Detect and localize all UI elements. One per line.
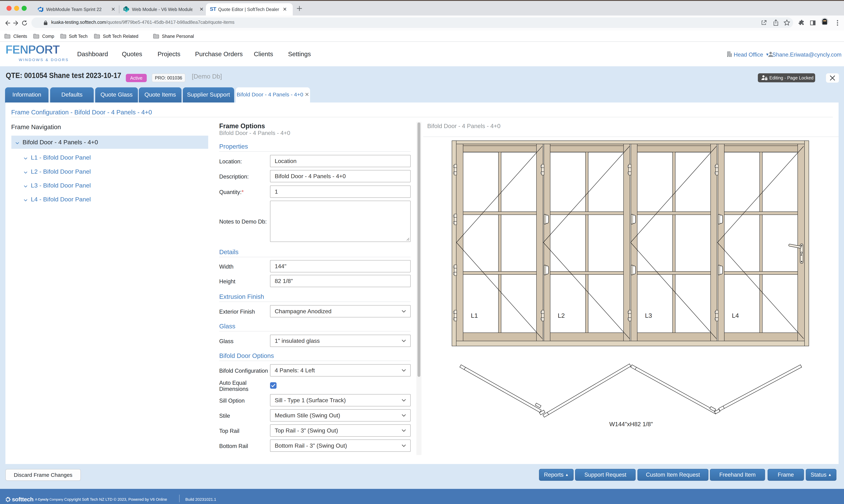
svg-text:L1: L1 bbox=[471, 312, 478, 319]
svg-text:S: S bbox=[124, 8, 126, 11]
svg-text:L3: L3 bbox=[645, 312, 652, 319]
svg-text:W144"xH82 1/8": W144"xH82 1/8" bbox=[609, 421, 653, 428]
svg-text:L4: L4 bbox=[732, 312, 739, 319]
svg-text:FENPORT: FENPORT bbox=[5, 43, 60, 55]
svg-text:L2: L2 bbox=[558, 312, 565, 319]
